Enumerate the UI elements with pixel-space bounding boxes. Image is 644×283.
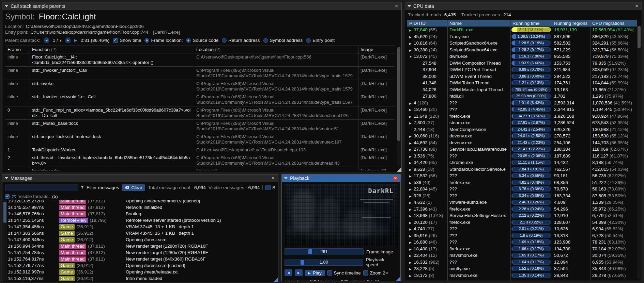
expand-arrow-icon[interactable]: ▶	[409, 107, 414, 113]
cpu-row[interactable]: 27,548 DWM Compositor Thread 1:03.5 (6.6…	[407, 60, 637, 67]
select-all-checkbox-icon[interactable]	[5, 194, 10, 199]
message-row[interactable]: 1s 147,383,566ns Game(36,912) VRAM 43x45…	[8, 230, 278, 236]
expand-arrow-icon[interactable]: ▶	[409, 147, 414, 153]
vertical-scrollbar[interactable]	[397, 47, 401, 166]
cpu-row[interactable]: ▶35,916 (26) ??? 1.8 s (0.19%) 13,313 6,…	[407, 232, 637, 239]
cpu-row[interactable]: ▶16,332 (982) ??? 1.64 s (0.17%) 12,894 …	[407, 259, 637, 266]
expand-arrow-icon[interactable]: ▶	[409, 273, 414, 279]
cpu-row[interactable]: ▶4,632 (2) vmware-authd.exe 2.46 s (0.26…	[407, 199, 637, 206]
cpu-row[interactable]: ▶17,396 (43) firefox.exe 2.28 s (0.24%) …	[407, 206, 637, 213]
frame-location-option[interactable]: Symbol address	[263, 38, 303, 43]
step-forward-button[interactable]: ▶	[295, 269, 303, 276]
playback-speed-slider[interactable]: 1.00	[285, 259, 363, 266]
callstack-row[interactable]: 0 std::_Func_impl_no_alloc<<lambda_5bc22…	[5, 106, 395, 120]
expand-arrow-icon[interactable]: ▶	[409, 173, 414, 179]
show-time-checkbox[interactable]: Show time	[113, 38, 141, 43]
cpu-row[interactable]: ▶18,968 (1,018) ServiceHub.SettingsHost.…	[407, 212, 637, 219]
expand-arrow-icon[interactable]: ▶	[409, 47, 414, 53]
message-row[interactable]: 1s 150,994,644ns Main thread(37,812) New…	[8, 243, 278, 249]
cpu-row[interactable]: 27,800 ntdll.dll 25.93 ms (0.00%) 1,702 …	[407, 93, 637, 100]
shuffle-icon[interactable]	[12, 195, 16, 198]
cpu-row[interactable]: ▶18,460 (20) ??? 42.85 s (4.45%) 2,344,9…	[407, 106, 637, 113]
frame-location-option[interactable]: Source code	[186, 38, 218, 43]
expand-arrow-icon[interactable]: ▶	[409, 153, 414, 160]
frame-location-option[interactable]: Entry point	[306, 38, 335, 43]
cpu-row[interactable]: ▶22,804 (45) ??? 3.78 s (0.39%) 79,578 5…	[407, 186, 637, 193]
message-row[interactable]: 1s 151,754,784ns Main thread(37,812) New…	[8, 249, 278, 256]
cpu-row[interactable]: ▶4,740 (37) ??? 2.01 s (0.21%) 10,626 6,…	[407, 226, 637, 232]
expand-arrow-icon[interactable]: ▶	[409, 193, 414, 199]
expand-arrow-icon[interactable]: ▼	[409, 54, 414, 60]
cpu-row[interactable]: ▶45,620 (24) Tracy.exe 1:39.5 (10.34%) 8…	[407, 33, 637, 40]
callstack-row[interactable]: inline Floor::CalcLight::__l4::<lambda_5…	[5, 53, 395, 67]
expand-arrow-icon[interactable]: ▶	[409, 239, 414, 246]
frame-location-option[interactable]: Return address	[222, 38, 260, 43]
callstack-row[interactable]: inline std::_Mutex_base::lock C:\Program…	[5, 120, 395, 133]
message-row[interactable]: 1s 153,116,377ns Game(36,912) Intro menu…	[8, 275, 278, 282]
cpu-row[interactable]: ▶37,840 (55) DarkRL.exe 2:41 (13.43%) 16…	[407, 27, 637, 33]
expand-arrow-icon[interactable]: ▶	[409, 160, 414, 166]
callstack-row[interactable]: 2 std::thread::_Invoke<std::tuple<<lambd…	[5, 154, 395, 167]
message-row[interactable]: 1s 120,335,272ns Main thread(37,812) Ope…	[8, 200, 278, 204]
expand-arrow-icon[interactable]: ▶	[409, 266, 414, 272]
message-row[interactable]: 1s 147,255,145ns RemoteView(18,796) Remo…	[8, 217, 278, 223]
next-parent-button[interactable]: ▶	[65, 37, 71, 43]
expand-arrow-icon[interactable]: ▶	[409, 120, 414, 126]
cpu-titlebar[interactable]: CPU data ✕	[405, 2, 642, 10]
expand-arrow-icon[interactable]: ▶	[409, 220, 414, 226]
scrollbar-thumb[interactable]	[3, 202, 6, 223]
collapse-icon[interactable]	[284, 177, 288, 179]
message-row[interactable]: 1s 152,764,817ns Main thread(37,812) New…	[8, 256, 278, 262]
cpu-row[interactable]: ▶27,736 (88) ServiceHub.DataWarehouse 21…	[407, 146, 637, 153]
play-button[interactable]: ▶ Play	[305, 270, 325, 276]
cpu-row[interactable]: ▶34,420 (65) chrome.exe 11.11 s (1.15%) …	[407, 159, 637, 166]
callstack-row[interactable]: inline std::_Invoker_functor::_Call C:\P…	[5, 67, 395, 80]
resize-grip[interactable]	[274, 278, 278, 282]
expand-arrow-icon[interactable]: ▶	[409, 34, 414, 40]
cpu-row[interactable]: ▶10,816 (64) ScriptedSandbox64.exe 1:28.…	[407, 40, 637, 47]
collapse-icon[interactable]	[5, 177, 8, 179]
clear-button[interactable]: Clear	[122, 184, 145, 191]
cpu-row[interactable]: ▶928 (25) ??? 3.34 s (0.35%) 163,734 87,…	[407, 193, 637, 199]
close-icon[interactable]: ✕	[394, 4, 399, 9]
scrollbar-thumb[interactable]	[638, 26, 641, 48]
visible-threads-row[interactable]: Visible threads: (5)	[2, 193, 278, 200]
collapse-icon[interactable]	[408, 5, 411, 7]
cpu-row[interactable]: ▶11,648 (120) firefox.exe 34.27 s (3.56%…	[407, 113, 637, 120]
close-icon[interactable]: ✕	[393, 176, 398, 181]
expand-arrow-icon[interactable]: ▶	[409, 226, 414, 232]
callstack-row[interactable]: inline std::invoke C:\Program Files (x86…	[5, 80, 395, 93]
expand-arrow-icon[interactable]: ▶	[409, 180, 414, 186]
expand-arrow-icon[interactable]: ▶	[409, 246, 414, 252]
cpu-row[interactable]: ▶7,300 (37) steam.exe 27.61 s (2.87%) 1,…	[407, 119, 637, 126]
callstack-row[interactable]: 3 beginthreadex [unknown] [ucrtbase.dll]	[5, 167, 395, 170]
filter-input[interactable]	[5, 184, 78, 191]
cpu-row[interactable]: 34,028 DWM Master Input Thread 799.64 ms…	[407, 86, 637, 93]
callstack-titlebar[interactable]: Call stack sample parents ✕	[2, 2, 401, 10]
expand-arrow-icon[interactable]: ▶	[409, 253, 414, 259]
zoom-2x-checkbox[interactable]: Zoom 2×	[363, 270, 388, 276]
callstack-row[interactable]: 1 TaskDispatch::Worker C:\Users\wolf\Des…	[5, 146, 395, 154]
message-row[interactable]: 1s 146,576,766ns Main thread(37,812) Boo…	[8, 211, 278, 217]
cpu-row[interactable]: ▶16,880 (46) ??? 1.69 s (0.18%) 123,988 …	[407, 239, 637, 246]
expand-arrow-icon[interactable]: ▶	[409, 213, 414, 219]
playback-titlebar[interactable]: Playback ✕	[282, 174, 400, 182]
callstack-row[interactable]: inline std::unique_lock<std::mutex>::loc…	[5, 133, 395, 146]
resize-grip[interactable]	[397, 167, 401, 172]
expand-arrow-icon[interactable]: ▶	[409, 40, 414, 47]
vertical-scrollbar[interactable]	[3, 200, 7, 281]
messages-titlebar[interactable]: Messages ✕	[2, 174, 278, 182]
show-option-checkbox[interactable]: S	[265, 185, 275, 190]
prev-parent-button[interactable]: ◀	[44, 37, 49, 43]
cpu-row[interactable]: ▶18,408 (17) firefox.exe 1.66 s (0.17%) …	[407, 246, 637, 252]
cpu-row[interactable]: ▼13,072 (45) dwm.exe 1:16.1 (7.90%) 955,…	[407, 53, 637, 60]
callstack-row[interactable]: inline std::_Invoker_ret<void,1>::_Call …	[5, 93, 395, 106]
cpu-row[interactable]: ▶22,404 (12) msvsmon.exe 1.65 s (0.17%) …	[407, 252, 637, 259]
message-row[interactable]: 1s 147,400,846ns Game(36,912) Opening /f…	[8, 236, 278, 243]
message-row[interactable]: 1s 152,912,997ns Game(36,912) Opening /m…	[8, 269, 278, 275]
expand-arrow-icon[interactable]: ▶	[409, 186, 414, 193]
resize-grip[interactable]	[396, 277, 400, 281]
step-back-button[interactable]: ◀	[285, 269, 292, 276]
cpu-row[interactable]: ▶536 (49) firefox.exe 4.61 s (0.48%) 68,…	[407, 179, 637, 186]
sync-timeline-checkbox[interactable]: Sync timeline	[327, 270, 361, 276]
